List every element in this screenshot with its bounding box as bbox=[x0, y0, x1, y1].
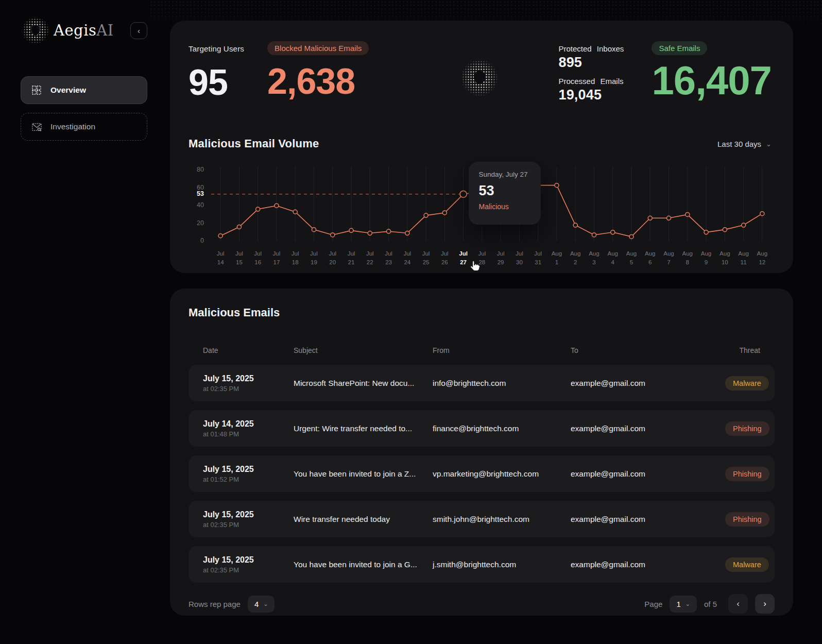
x-tick-label: Aug9 bbox=[697, 249, 715, 266]
stat-safe-emails: Safe Emails 16,407 bbox=[652, 41, 772, 100]
cell-date: July 15, 2025at 02:35 PM bbox=[203, 510, 294, 529]
main-content: Targeting Users 95 Blocked Malicious Ema… bbox=[170, 0, 822, 616]
table-footer: Rows rep page 4 ⌄ Page 1 ⌄ of 5 ‹ › bbox=[189, 594, 775, 614]
cell-to: example@gmail.com bbox=[571, 379, 725, 388]
center-shield-logo-icon bbox=[459, 58, 500, 98]
x-tick-label: Aug10 bbox=[715, 249, 734, 266]
sidebar: AegisAI ‹ Overview bbox=[0, 0, 170, 644]
blocked-emails-badge: Blocked Malicious Emails bbox=[267, 41, 369, 55]
sidebar-item-overview[interactable]: Overview bbox=[21, 76, 147, 104]
stat-value: 895 bbox=[558, 55, 648, 71]
x-tick-label: Jul18 bbox=[286, 249, 304, 266]
cell-from: info@brighttech.com bbox=[433, 379, 571, 388]
next-page-button[interactable]: › bbox=[755, 594, 775, 614]
x-tick-label: Aug11 bbox=[734, 249, 752, 266]
x-tick-label: Jul23 bbox=[379, 249, 398, 266]
brand: AegisAI bbox=[21, 15, 114, 45]
brand-title: AegisAI bbox=[54, 22, 114, 39]
page-total-label: of 5 bbox=[704, 600, 717, 608]
grid-icon bbox=[30, 84, 43, 96]
overview-card: Targeting Users 95 Blocked Malicious Ema… bbox=[170, 21, 793, 273]
y-tick-label: 53 bbox=[197, 190, 204, 197]
column-header-to: To bbox=[571, 346, 725, 354]
table-body: July 15, 2025at 02:35 PMMicrosoft ShareP… bbox=[189, 365, 775, 583]
threat-badge: Malware bbox=[725, 376, 769, 391]
y-tick-label: 40 bbox=[197, 201, 204, 209]
x-tick-label: Aug5 bbox=[622, 249, 641, 266]
sidebar-item-investigation[interactable]: Investigation bbox=[21, 113, 147, 141]
stat-label: Protected Inboxes bbox=[558, 44, 648, 53]
cell-threat: Malware bbox=[725, 557, 769, 572]
cell-from: j.smith@brighttech.com bbox=[433, 560, 571, 569]
x-tick-label: Aug4 bbox=[604, 249, 622, 266]
stat-value: 19,045 bbox=[558, 87, 648, 103]
x-tick-label: Aug7 bbox=[659, 249, 678, 266]
chevron-down-icon: ⌄ bbox=[263, 601, 268, 607]
stat-value: 95 bbox=[189, 64, 244, 100]
rows-per-page-select[interactable]: 4 ⌄ bbox=[248, 596, 275, 613]
column-header-subject: Subject bbox=[294, 346, 433, 354]
page-select[interactable]: 1 ⌄ bbox=[670, 596, 697, 613]
table-title: Malicious Emails bbox=[189, 306, 775, 319]
table-row[interactable]: July 15, 2025at 02:35 PMMicrosoft ShareP… bbox=[189, 365, 775, 401]
stat-inboxes-processed: Protected Inboxes 895 Processed Emails 1… bbox=[558, 44, 648, 109]
date-range-label: Last 30 days bbox=[717, 140, 761, 148]
sidebar-collapse-button[interactable]: ‹ bbox=[130, 22, 147, 39]
y-tick-label: 80 bbox=[197, 166, 204, 173]
threat-badge: Phishing bbox=[725, 467, 769, 481]
x-tick-label: Jul20 bbox=[323, 249, 342, 266]
chevron-left-icon: ‹ bbox=[138, 26, 140, 35]
chevron-down-icon: ⌄ bbox=[686, 601, 690, 607]
x-tick-label: Jul21 bbox=[342, 249, 361, 266]
stat-blocked-emails: Blocked Malicious Emails 2,638 bbox=[267, 41, 369, 99]
cell-subject: Microsoft SharePoint: New docu... bbox=[294, 379, 433, 388]
table-header: Date Subject From To Threat bbox=[189, 340, 775, 361]
previous-page-button[interactable]: ‹ bbox=[728, 594, 748, 614]
y-tick-label: 0 bbox=[200, 237, 204, 244]
tooltip-series-label: Malicious bbox=[478, 202, 541, 211]
chart-plot-area: Sunday, July 27 53 Malicious bbox=[211, 164, 772, 246]
table-row[interactable]: July 14, 2025at 01:48 PMUrgent: Wire tra… bbox=[189, 410, 775, 447]
x-tick-label: Jul16 bbox=[249, 249, 267, 266]
chart-y-axis: 80605340200 bbox=[189, 164, 209, 246]
column-header-date: Date bbox=[203, 346, 294, 354]
table-row[interactable]: July 15, 2025at 02:35 PMYou have been in… bbox=[189, 546, 775, 583]
table-row[interactable]: July 15, 2025at 02:35 PMWire transfer ne… bbox=[189, 501, 775, 537]
cell-to: example@gmail.com bbox=[571, 560, 725, 569]
date-range-dropdown[interactable]: Last 30 days ⌄ bbox=[717, 140, 772, 148]
cell-threat: Phishing bbox=[725, 421, 769, 436]
cell-date: July 15, 2025at 02:35 PM bbox=[203, 374, 294, 393]
x-tick-label: Jul19 bbox=[304, 249, 323, 266]
x-tick-label: Jul17 bbox=[267, 249, 286, 266]
cell-subject: Wire transfer needed today bbox=[294, 515, 433, 524]
malicious-volume-chart[interactable]: 80605340200 Sunday, July 27 53 Malicious… bbox=[189, 164, 772, 267]
x-tick-label: Aug12 bbox=[753, 249, 772, 266]
hand-cursor-icon bbox=[469, 260, 481, 274]
table-row[interactable]: July 15, 2025at 01:52 PMYou have been in… bbox=[189, 455, 775, 492]
cell-to: example@gmail.com bbox=[571, 424, 725, 433]
cell-date: July 14, 2025at 01:48 PM bbox=[203, 419, 294, 438]
x-tick-label: Aug3 bbox=[585, 249, 603, 266]
cell-subject: Urgent: Wire transfer needed to... bbox=[294, 424, 433, 433]
threat-badge: Phishing bbox=[725, 421, 769, 436]
cell-subject: You have been invited to join a Z... bbox=[294, 469, 433, 479]
tooltip-value: 53 bbox=[478, 183, 541, 199]
x-tick-label: Jul31 bbox=[529, 249, 547, 266]
x-tick-label: Jul22 bbox=[361, 249, 379, 266]
x-tick-label: Aug6 bbox=[641, 249, 659, 266]
cell-from: vp.marketing@brighttech.com bbox=[433, 469, 571, 479]
chart-title: Malicious Email Volume bbox=[189, 137, 319, 150]
x-tick-label: Aug1 bbox=[547, 249, 566, 266]
mail-search-icon bbox=[30, 121, 43, 133]
cell-to: example@gmail.com bbox=[571, 515, 725, 524]
chart-x-axis: Jul14Jul15Jul16Jul17Jul18Jul19Jul20Jul21… bbox=[211, 249, 772, 266]
rows-per-page-label: Rows rep page bbox=[189, 600, 241, 608]
x-tick-label: Jul15 bbox=[230, 249, 248, 266]
cell-to: example@gmail.com bbox=[571, 469, 725, 479]
cell-threat: Phishing bbox=[725, 467, 792, 481]
threat-badge: Malware bbox=[725, 557, 769, 572]
chevron-right-icon: › bbox=[763, 599, 766, 609]
malicious-emails-card: Malicious Emails Date Subject From To Th… bbox=[170, 289, 793, 616]
stat-targeting-users: Targeting Users 95 bbox=[189, 44, 244, 100]
sidebar-item-label: Overview bbox=[50, 86, 86, 95]
